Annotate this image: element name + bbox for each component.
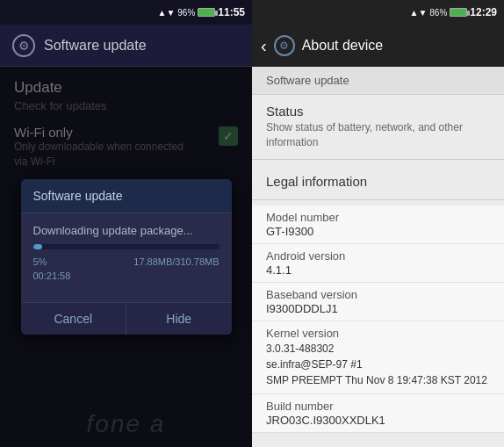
divider-1 [252,159,504,160]
modal-overlay: Software update Downloading update packa… [0,67,252,447]
progress-mb: 17.88MB/310.78MB [133,256,219,267]
legal-section: Legal information [252,165,504,194]
left-time: 11:55 [218,6,245,18]
signal-strength: 96% [177,8,195,18]
modal-buttons: Cancel Hide [21,302,232,335]
back-button[interactable]: ‹ [261,37,267,54]
status-desc: Show status of battery, network, and oth… [266,120,490,150]
left-panel: ▲▼ 96% 11:55 ⚙ Software update Update Ch… [0,0,252,447]
modal-title: Software update [33,189,123,203]
time-remaining: 00:21:58 [33,270,220,281]
modal-body: Downloading update package... 5% 17.88MB… [21,213,232,302]
battery-icon [198,8,215,17]
cancel-button[interactable]: Cancel [21,303,127,335]
baseband-row[interactable]: Baseband version I9300DDDLJ1 [252,283,504,321]
model-value: GT-I9300 [266,225,490,238]
build-label: Build number [266,400,490,413]
right-signal-icon: ▲▼ [409,8,427,18]
kernel-row[interactable]: Kernel version 3.0.31-488302 se.infra@SE… [252,321,504,394]
model-label: Model number [266,211,490,224]
software-update-modal: Software update Downloading update packa… [21,179,232,335]
progress-bar-fill [33,244,43,249]
right-scroll-content[interactable]: Software update Status Show status of ba… [252,67,504,447]
sw-update-ref[interactable]: Software update [252,67,504,95]
about-gear-icon: ⚙ [274,35,295,56]
build-value: JRO03C.I9300XXDLK1 [266,414,490,427]
modal-title-bar: Software update [21,179,232,213]
left-content: Update Check for updates Wi-Fi only Only… [0,67,252,447]
settings-gear-icon: ⚙ [12,34,35,57]
left-header-title: Software update [44,38,147,54]
divider-2 [252,199,504,200]
left-page-header: ⚙ Software update [0,25,252,67]
kernel-value: 3.0.31-488302 se.infra@SEP-97 #1 SMP PRE… [266,341,490,388]
right-battery-icon [450,8,467,17]
baseband-label: Baseband version [266,288,490,301]
right-panel: ▲▼ 86% 12:29 ‹ ⚙ About device Software u… [252,0,504,447]
hide-button[interactable]: Hide [126,303,232,335]
model-row[interactable]: Model number GT-I9300 [252,205,504,244]
android-row[interactable]: Android version 4.1.1 [252,244,504,283]
status-section: Status Show status of battery, network, … [252,95,504,154]
left-status-icons: ▲▼ 96% 11:55 [157,6,245,18]
left-status-bar: ▲▼ 96% 11:55 [0,0,252,25]
downloading-text: Downloading update package... [33,224,220,237]
baseband-value: I9300DDDLJ1 [266,302,490,315]
right-time: 12:29 [470,6,497,18]
signal-icon: ▲▼ [157,8,175,18]
legal-title: Legal information [266,174,490,189]
right-status-bar: ▲▼ 86% 12:29 [252,0,504,25]
status-title: Status [266,104,490,119]
right-signal-strength: 86% [429,8,447,18]
right-page-header: ‹ ⚙ About device [252,25,504,67]
android-label: Android version [266,249,490,263]
kernel-label: Kernel version [266,327,490,340]
right-header-title: About device [302,38,384,54]
android-value: 4.1.1 [266,263,490,277]
progress-details: 5% 17.88MB/310.78MB [33,256,220,267]
progress-bar-bg [33,244,220,249]
build-row[interactable]: Build number JRO03C.I9300XXDLK1 [252,394,504,433]
progress-percent: 5% [33,256,47,267]
